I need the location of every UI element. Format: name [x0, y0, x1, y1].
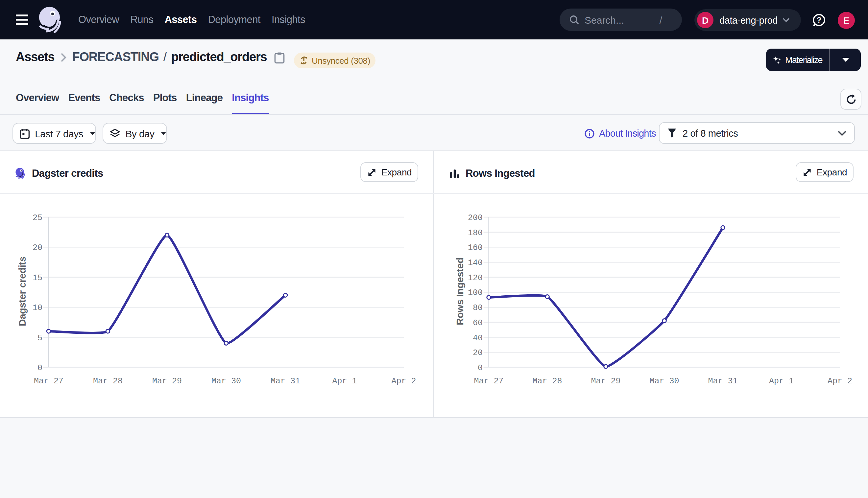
svg-text:20: 20 — [473, 348, 483, 358]
svg-text:Mar 28: Mar 28 — [533, 377, 562, 386]
svg-text:140: 140 — [468, 258, 483, 268]
svg-text:Mar 29: Mar 29 — [152, 377, 182, 386]
svg-text:Mar 31: Mar 31 — [271, 377, 300, 386]
svg-text:25: 25 — [33, 213, 42, 223]
svg-text:?: ? — [817, 16, 821, 24]
svg-text:10: 10 — [33, 303, 42, 313]
svg-text:20: 20 — [33, 243, 42, 253]
svg-text:80: 80 — [473, 303, 483, 313]
svg-text:200: 200 — [468, 213, 483, 223]
svg-text:Mar 31: Mar 31 — [708, 377, 738, 386]
svg-text:Dagster credits: Dagster credits — [17, 257, 28, 326]
svg-text:Apr 2: Apr 2 — [391, 377, 416, 386]
svg-text:60: 60 — [473, 318, 483, 328]
svg-text:Mar 30: Mar 30 — [212, 377, 241, 386]
svg-text:Apr 1: Apr 1 — [769, 377, 794, 386]
svg-text:0: 0 — [478, 363, 483, 373]
svg-text:Mar 30: Mar 30 — [650, 377, 679, 386]
svg-text:Mar 27: Mar 27 — [34, 377, 63, 386]
svg-text:15: 15 — [33, 273, 42, 283]
svg-text:0: 0 — [38, 363, 42, 373]
svg-text:160: 160 — [468, 243, 483, 253]
svg-text:Mar 28: Mar 28 — [93, 377, 123, 386]
svg-text:180: 180 — [468, 228, 483, 238]
svg-text:100: 100 — [468, 288, 483, 298]
svg-text:Mar 29: Mar 29 — [591, 377, 621, 386]
svg-text:Apr 1: Apr 1 — [332, 377, 357, 386]
svg-text:120: 120 — [468, 273, 483, 283]
svg-text:40: 40 — [473, 333, 483, 343]
svg-text:Mar 27: Mar 27 — [474, 377, 504, 386]
svg-text:Apr 2: Apr 2 — [828, 377, 852, 386]
svg-text:Rows Ingested: Rows Ingested — [455, 258, 465, 326]
svg-text:5: 5 — [38, 333, 42, 343]
